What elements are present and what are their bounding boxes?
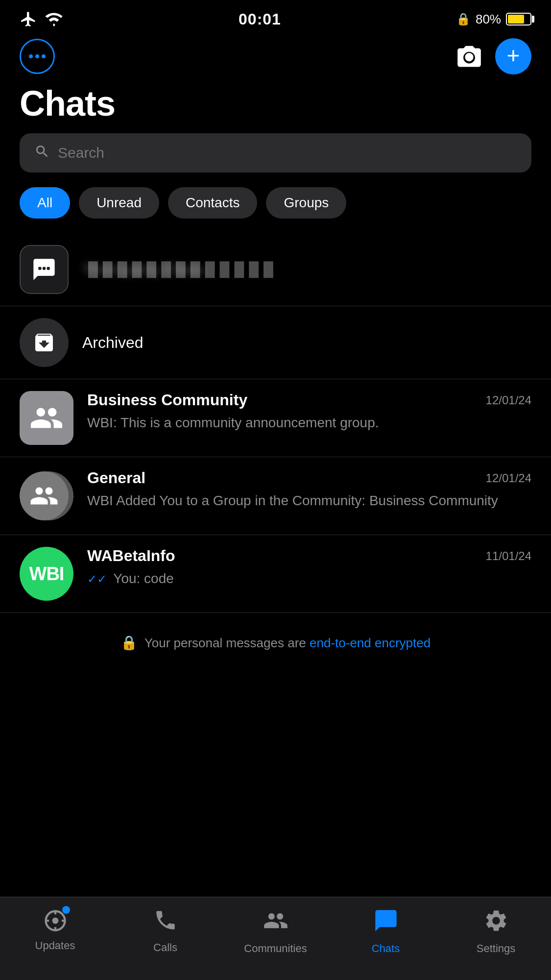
filter-tabs: All Unread Contacts Groups [0,187,551,233]
chat-time-wabetainfo: 11/01/24 [486,549,531,563]
chat-content-business-community: Business Community 12/01/24 WBI: This is… [87,391,531,432]
status-bar: 00:01 🔒 80% [0,0,551,34]
battery-percent: 80% [476,12,501,27]
status-left-icons [20,10,64,28]
camera-button[interactable] [455,44,483,70]
search-bar[interactable] [20,133,531,172]
chat-preview-business-community: WBI: This is a community announcement gr… [87,413,531,432]
updates-badge [62,906,70,914]
nav-item-calls[interactable]: Calls [110,905,220,954]
settings-icon [483,908,509,938]
add-icon: + [507,44,520,67]
chat-time-business-community: 12/01/24 [486,393,531,407]
chat-header-general: General 12/01/24 [87,469,531,487]
third-party-chats-row[interactable]: Third-party Chats █████████████ [0,233,551,306]
search-container [0,133,551,187]
chat-name-wabetainfo: WABetaInfo [87,547,175,565]
add-button[interactable]: + [495,38,531,74]
chat-name-general: General [87,469,145,487]
chat-content-wabetainfo: WABetaInfo 11/01/24 ✓✓ You: code [87,547,531,588]
chat-item-wabetainfo[interactable]: WBI WABetaInfo 11/01/24 ✓✓ You: code [0,535,551,613]
chat-preview-general: WBI Added You to a Group in the Communit… [87,491,531,510]
chat-item-general[interactable]: General 12/01/24 WBI Added You to a Grou… [0,457,551,535]
avatar-business-community [20,391,73,445]
filter-tab-groups[interactable]: Groups [266,187,346,219]
more-dots [29,54,46,58]
nav-label-settings: Settings [477,942,516,955]
more-button[interactable] [20,39,55,74]
communities-icon [263,908,288,938]
header: + [0,34,551,78]
nav-item-settings[interactable]: Settings [441,905,551,955]
status-right-icons: 🔒 80% [456,12,531,27]
third-party-icon [20,245,69,294]
archived-label: Archived [82,334,144,352]
avatar-wabetainfo: WBI [20,547,73,601]
double-tick-icon: ✓✓ [87,572,107,586]
wifi-icon [44,11,64,27]
bottom-nav: Updates Calls Communities Chats [0,897,551,980]
svg-point-4 [52,918,58,924]
lock-icon: 🔒 [120,633,138,653]
filter-tab-contacts[interactable]: Contacts [168,187,258,219]
filter-tab-all[interactable]: All [20,187,70,219]
nav-label-calls: Calls [153,941,177,954]
status-time: 00:01 [239,10,281,28]
page-title: Chats [0,78,551,133]
header-actions: + [455,38,531,74]
chat-content-general: General 12/01/24 WBI Added You to a Grou… [87,469,531,510]
chat-time-general: 12/01/24 [486,471,531,485]
avatar-general [20,469,73,523]
search-icon [34,144,50,163]
svg-point-0 [43,267,46,270]
svg-point-1 [38,267,42,270]
chat-header-business-community: Business Community 12/01/24 [87,391,531,409]
chat-name-business-community: Business Community [87,391,247,409]
search-input[interactable] [58,145,517,161]
chat-header-wabetainfo: WABetaInfo 11/01/24 [87,547,531,565]
battery-icon [506,13,531,25]
archived-icon [20,318,69,367]
chat-preview-wabetainfo: ✓✓ You: code [87,569,531,588]
updates-icon [43,908,68,935]
archived-row[interactable]: Archived [0,306,551,379]
nav-label-updates: Updates [35,939,75,952]
encryption-link[interactable]: end-to-end encrypted [310,636,431,650]
nav-item-updates[interactable]: Updates [0,905,110,952]
chats-icon [373,908,399,938]
wbi-avatar-text: WBI [29,564,64,585]
encryption-text: Your personal messages are end-to-end en… [144,634,431,653]
lock-status-icon: 🔒 [456,12,471,26]
filter-tab-unread[interactable]: Unread [79,187,159,219]
nav-label-chats: Chats [372,942,400,955]
airplane-icon [20,10,37,28]
nav-item-chats[interactable]: Chats [331,905,441,955]
nav-item-communities[interactable]: Communities [220,905,331,955]
calls-icon [153,908,178,937]
svg-point-2 [47,267,50,270]
chat-item-business-community[interactable]: Business Community 12/01/24 WBI: This is… [0,379,551,457]
nav-label-communities: Communities [244,942,307,955]
encryption-notice: 🔒 Your personal messages are end-to-end … [0,613,551,673]
blurred-overlay: █████████████ [73,233,551,306]
